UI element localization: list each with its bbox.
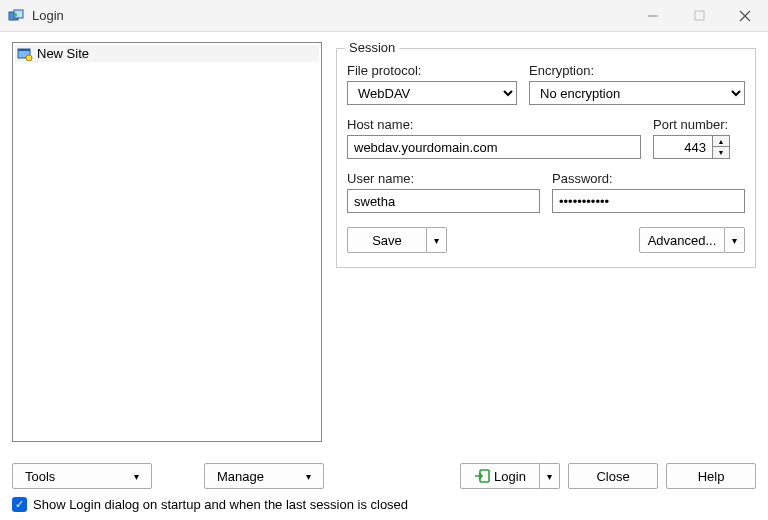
- file-protocol-label: File protocol:: [347, 63, 517, 78]
- site-item-label: New Site: [37, 46, 89, 61]
- port-spin-up[interactable]: ▲: [713, 136, 729, 147]
- minimize-button[interactable]: [630, 0, 676, 32]
- manage-label: Manage: [217, 469, 264, 484]
- username-input[interactable]: [347, 189, 540, 213]
- help-button[interactable]: Help: [666, 463, 756, 489]
- chevron-down-icon: [306, 471, 311, 482]
- close-dialog-button[interactable]: Close: [568, 463, 658, 489]
- tools-label: Tools: [25, 469, 55, 484]
- file-protocol-select[interactable]: WebDAV: [347, 81, 517, 105]
- svg-point-8: [26, 55, 32, 61]
- session-legend: Session: [345, 40, 399, 55]
- save-dropdown[interactable]: [427, 227, 447, 253]
- login-dropdown[interactable]: [540, 463, 560, 489]
- save-button[interactable]: Save: [347, 227, 427, 253]
- app-icon: [8, 7, 26, 25]
- port-label: Port number:: [653, 117, 745, 132]
- window-buttons: [630, 0, 768, 32]
- advanced-dropdown[interactable]: [725, 227, 745, 253]
- titlebar: Login: [0, 0, 768, 32]
- login-label: Login: [494, 469, 526, 484]
- host-input[interactable]: [347, 135, 641, 159]
- site-list[interactable]: New Site: [12, 42, 322, 442]
- show-login-checkbox-label[interactable]: Show Login dialog on startup and when th…: [33, 497, 408, 512]
- advanced-button[interactable]: Advanced...: [639, 227, 725, 253]
- manage-button[interactable]: Manage: [204, 463, 324, 489]
- port-input[interactable]: [653, 135, 713, 159]
- password-input[interactable]: [552, 189, 745, 213]
- session-fieldset: Session File protocol: WebDAV Encryption…: [336, 48, 756, 268]
- tools-button[interactable]: Tools: [12, 463, 152, 489]
- port-spinner[interactable]: ▲ ▼: [713, 135, 730, 159]
- close-button[interactable]: [722, 0, 768, 32]
- login-icon: [474, 469, 490, 483]
- maximize-button[interactable]: [676, 0, 722, 32]
- port-spin-down[interactable]: ▼: [713, 147, 729, 158]
- host-label: Host name:: [347, 117, 641, 132]
- encryption-label: Encryption:: [529, 63, 745, 78]
- svg-rect-7: [18, 49, 30, 51]
- site-icon: [17, 47, 33, 61]
- encryption-select[interactable]: No encryption: [529, 81, 745, 105]
- password-label: Password:: [552, 171, 745, 186]
- login-button[interactable]: Login: [460, 463, 540, 489]
- show-login-checkbox[interactable]: ✓: [12, 497, 27, 512]
- svg-rect-3: [695, 11, 704, 20]
- chevron-down-icon: [134, 471, 139, 482]
- site-list-item[interactable]: New Site: [15, 45, 319, 62]
- username-label: User name:: [347, 171, 540, 186]
- window-title: Login: [32, 8, 64, 23]
